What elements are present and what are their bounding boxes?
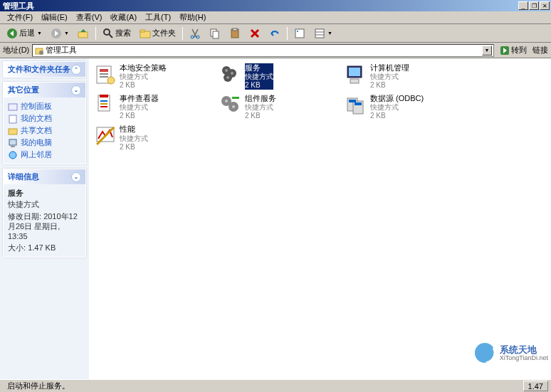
svg-rect-12: [233, 28, 237, 31]
up-button[interactable]: [74, 26, 93, 41]
file-type: 快捷方式: [120, 73, 167, 81]
forward-icon: [51, 28, 62, 39]
control-panel-icon: [8, 102, 18, 112]
content-area[interactable]: 本地安全策略快捷方式2 KB服务快捷方式2 KB计算机管理快捷方式2 KB事件查…: [89, 58, 551, 379]
file-item[interactable]: 本地安全策略快捷方式2 KB: [93, 63, 207, 90]
file-size: 2 KB: [120, 112, 159, 120]
watermark: 系统天地 XiTongTianDi.net: [473, 341, 548, 365]
file-size: 2 KB: [370, 81, 409, 90]
paste-icon: [229, 28, 241, 39]
address-input[interactable]: [46, 46, 481, 55]
back-icon: [6, 28, 18, 39]
go-button[interactable]: 转到: [497, 43, 530, 57]
file-size: 2 KB: [120, 81, 167, 90]
copy-button[interactable]: [206, 26, 224, 41]
panel-details-body: 服务 快捷方式 修改日期: 2010年12月26日 星期日, 13:35 大小:…: [4, 184, 85, 257]
file-item[interactable]: 数据源 (ODBC)快捷方式2 KB: [344, 93, 458, 121]
file-item[interactable]: 性能快捷方式2 KB: [93, 124, 207, 152]
properties-button[interactable]: [290, 26, 309, 41]
svg-point-56: [475, 343, 495, 363]
panel-other: 其它位置 ⌄ 控制面板 我的文档 共享文档 我的电脑 网上邻居: [3, 82, 86, 164]
maximize-button[interactable]: ❐: [529, 1, 539, 10]
menu-favorites[interactable]: 收藏(A): [106, 11, 141, 24]
separator: [95, 27, 96, 40]
menu-tools[interactable]: 工具(T): [141, 11, 175, 24]
chevron-icon: ⌃: [71, 65, 81, 75]
file-text: 组件服务快捷方式2 KB: [245, 94, 276, 120]
menu-file[interactable]: 文件(F): [3, 11, 37, 24]
svg-rect-10: [213, 31, 219, 38]
views-button[interactable]: ▼: [310, 26, 336, 41]
copy-icon: [209, 28, 221, 39]
svg-line-4: [109, 34, 112, 38]
links-label[interactable]: 链接: [532, 45, 548, 55]
svg-rect-22: [9, 115, 16, 123]
cut-button[interactable]: [186, 26, 204, 41]
details-modified: 修改日期: 2010年12月26日 星期日, 13:35: [8, 211, 81, 243]
file-name: 事件查看器: [120, 94, 159, 103]
menubar: 文件(F) 编辑(E) 查看(V) 收藏(A) 工具(T) 帮助(H): [0, 11, 551, 24]
svg-point-36: [231, 72, 233, 75]
menu-view[interactable]: 查看(V): [72, 11, 107, 24]
svg-rect-15: [315, 29, 324, 38]
file-item[interactable]: 组件服务快捷方式2 KB: [219, 93, 332, 121]
sidebar-item-my-computer[interactable]: 我的电脑: [8, 137, 81, 149]
svg-point-7: [191, 36, 194, 38]
svg-rect-29: [100, 73, 108, 75]
close-button[interactable]: ✕: [540, 1, 550, 10]
address-combo[interactable]: ▼: [32, 44, 494, 57]
undo-button[interactable]: [266, 26, 284, 41]
file-text: 本地安全策略快捷方式2 KB: [120, 63, 167, 90]
file-text: 服务快捷方式2 KB: [245, 63, 273, 90]
minimize-button[interactable]: _: [518, 1, 528, 10]
sidebar-item-shared-documents[interactable]: 共享文档: [8, 125, 81, 137]
file-icon: [345, 63, 367, 86]
forward-button[interactable]: ▼: [47, 26, 73, 41]
properties-icon: [294, 28, 305, 39]
delete-button[interactable]: [246, 26, 264, 41]
watermark-brand: 系统天地: [500, 345, 548, 354]
menu-help[interactable]: 帮助(H): [175, 11, 210, 24]
file-icon: [219, 63, 242, 86]
views-icon: [314, 28, 325, 39]
svg-rect-28: [100, 69, 108, 72]
svg-point-8: [196, 36, 199, 38]
file-type: 快捷方式: [370, 73, 409, 81]
file-item[interactable]: 服务快捷方式2 KB: [219, 63, 332, 90]
paste-button[interactable]: [226, 26, 244, 41]
panel-other-header[interactable]: 其它位置 ⌄: [4, 83, 85, 97]
file-type: 快捷方式: [120, 103, 159, 112]
panel-details-header[interactable]: 详细信息 ⌄: [4, 169, 85, 184]
svg-rect-39: [349, 68, 360, 76]
window-title: 管理工具: [1, 1, 518, 11]
file-name: 数据源 (ODBC): [370, 94, 424, 103]
separator: [182, 27, 183, 40]
svg-point-31: [107, 77, 115, 84]
folder-up-icon: [78, 28, 89, 39]
computer-icon: [8, 138, 18, 148]
statusbar: 启动和停止服务。 1.47: [0, 379, 551, 392]
menu-edit[interactable]: 编辑(E): [37, 11, 72, 24]
file-item[interactable]: 计算机管理快捷方式2 KB: [344, 63, 458, 90]
go-label: 转到: [511, 45, 527, 55]
sidebar-item-control-panel[interactable]: 控制面板: [8, 100, 81, 112]
undo-icon: [269, 28, 280, 39]
svg-point-57: [475, 343, 495, 363]
side-panel: 文件和文件夹任务 ⌃ 其它位置 ⌄ 控制面板 我的文档 共享文档 我的电脑 网上…: [0, 58, 89, 379]
sidebar-item-network[interactable]: 网上邻居: [8, 149, 81, 161]
file-item[interactable]: 事件查看器快捷方式2 KB: [93, 93, 207, 121]
search-button[interactable]: 搜索: [99, 26, 135, 41]
svg-rect-6: [140, 30, 145, 32]
file-size: 2 KB: [245, 81, 273, 90]
folders-label: 文件夹: [152, 28, 176, 38]
file-name: 组件服务: [245, 94, 276, 103]
address-dropdown-icon[interactable]: ▼: [482, 46, 492, 55]
panel-tasks-header[interactable]: 文件和文件夹任务 ⌃: [4, 62, 85, 77]
file-icon: [94, 125, 117, 147]
back-button[interactable]: 后退 ▼: [3, 26, 46, 41]
svg-rect-43: [100, 100, 107, 102]
go-icon: [500, 46, 510, 55]
status-size: 1.47: [523, 381, 548, 391]
folders-button[interactable]: 文件夹: [136, 26, 179, 41]
sidebar-item-my-documents[interactable]: 我的文档: [8, 112, 81, 125]
